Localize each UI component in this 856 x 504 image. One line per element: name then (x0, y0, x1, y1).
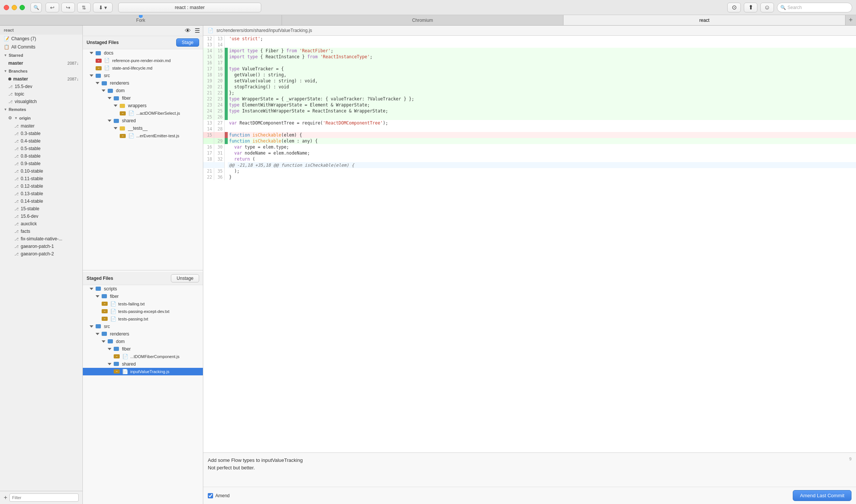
remote-15-6-dev[interactable]: ⎇ 15.6-dev (0, 213, 82, 220)
renderers-expand-icon (96, 82, 99, 84)
origin-section-header[interactable]: ⊙ ▼ origin (0, 114, 82, 122)
code-line-empty-26: 25 26 (203, 114, 856, 120)
remote-facts[interactable]: ⎇ facts (0, 228, 82, 235)
remote-0-14-stable[interactable]: ⎇ 0.14-stable (0, 197, 82, 205)
src-folder-unstaged[interactable]: src (83, 72, 203, 79)
branches-section-header[interactable]: ▼ Branches (0, 67, 82, 75)
code-area[interactable]: 12 13 'use strict'; 13 14 14 (203, 36, 856, 452)
branch-topic[interactable]: ⎇ topic (0, 90, 82, 98)
tab-chromium[interactable]: Chromium (282, 15, 564, 25)
branch-fork-icon: ⎇ (8, 85, 13, 89)
shared-folder-staged[interactable]: shared (83, 360, 203, 368)
dom-folder-staged[interactable]: dom (83, 338, 203, 345)
branch-master-label: master (13, 76, 28, 82)
amend-last-commit-button[interactable]: Amend Last Commit (793, 490, 851, 501)
remote-fork-icon: ⎇ (14, 184, 19, 188)
branch-15-5-dev[interactable]: ⎇ 15.5-dev (0, 83, 82, 90)
starred-section-header[interactable]: ▼ Starred (0, 51, 82, 59)
remote-0-13-stable[interactable]: ⎇ 0.13-stable (0, 190, 82, 197)
remote-fork-icon: ⎇ (14, 162, 19, 166)
file-inputvaluetracking[interactable]: ~ 📄 inputValueTracking.js (83, 368, 203, 375)
emoji-button[interactable]: ☺ (760, 3, 774, 12)
shared-folder-unstaged[interactable]: shared (83, 117, 203, 124)
file-tests-passing-except[interactable]: ~ 📄 tests-passing-except-dev.txt (83, 308, 203, 315)
renderers-folder-unstaged[interactable]: renderers (83, 79, 203, 87)
line-num-new: 22 (214, 90, 224, 96)
back-button[interactable]: ↩ (46, 3, 59, 12)
tests-folder-unstaged[interactable]: __tests__ (83, 124, 203, 132)
branch-visualglitch[interactable]: ⎇ visualglitch (0, 98, 82, 105)
remotes-section-header[interactable]: ▼ Remotes (0, 105, 82, 114)
scripts-expand-icon (90, 288, 93, 290)
dom-folder-unstaged[interactable]: dom (83, 87, 203, 94)
gutter-green (224, 84, 228, 90)
line-num-new: 21 (214, 84, 224, 90)
remote-gaearon-patch-2[interactable]: ⎇ gaearon-patch-2 (0, 250, 82, 258)
remote-auxclick[interactable]: ⎇ auxclick (0, 220, 82, 228)
file-state-lifecycle-label: state-and-lifecycle.md (112, 66, 152, 70)
remote-0-9-stable[interactable]: ⎇ 0.9-stable (0, 160, 82, 167)
commit-char-count: 9 (849, 457, 851, 461)
docs-folder[interactable]: docs (83, 49, 203, 57)
merge-button[interactable]: ⇅ (77, 3, 91, 12)
src-folder-staged[interactable]: src (83, 323, 203, 330)
remote-gaearon-patch-1[interactable]: ⎇ gaearon-patch-1 (0, 243, 82, 250)
search-bar[interactable]: 🔍 Search (777, 3, 852, 12)
file-ereventemitter-test[interactable]: ~ 📄 ...erEventEmitter-test.js (83, 132, 203, 140)
fiber-folder-staged-2[interactable]: fiber (83, 345, 203, 353)
code-line-reactdomcomponent: 13 27 var ReactDOMComponentTree = requir… (203, 120, 856, 126)
code-line-nodename: 17 31 var nodeName = elem.nodeName; (203, 150, 856, 156)
fiber-folder-unstaged[interactable]: fiber (83, 94, 203, 102)
fetch-button[interactable]: ⬇ ▾ (93, 3, 113, 12)
fiber-folder-staged[interactable]: fiber (83, 293, 203, 300)
file-actdomfiberselect[interactable]: ~ 📄 ...actDOMFiberSelect.js (83, 109, 203, 117)
renderers-folder-staged[interactable]: renderers (83, 330, 203, 338)
remote-master[interactable]: ⎇ master (0, 122, 82, 130)
share-button[interactable]: ⬆ (744, 3, 757, 12)
sidebar-item-changes[interactable]: 📝 Changes (7) (0, 35, 82, 43)
file-state-lifecycle[interactable]: ~ 📄 state-and-lifecycle.md (83, 64, 203, 72)
menu-icon[interactable]: ☰ (195, 27, 200, 34)
remote-15-stable[interactable]: ⎇ 15-stable (0, 205, 82, 213)
file-tests-passing[interactable]: ~ 📄 tests-passing.txt (83, 315, 203, 323)
remote-0-4-stable[interactable]: ⎇ 0.4-stable (0, 137, 82, 145)
remote-0-3-stable[interactable]: ⎇ 0.3-stable (0, 130, 82, 137)
line-num-old: 15 (203, 132, 214, 138)
file-tests-failing[interactable]: ~ 📄 tests-failing.txt (83, 300, 203, 308)
filter-input[interactable] (9, 493, 79, 502)
remote-0-14-stable-label: 0.14-stable (21, 199, 43, 204)
sidebar-item-all-commits[interactable]: 📋 All Commits (0, 43, 82, 51)
line-num-old (203, 138, 214, 144)
minimize-button[interactable] (12, 5, 17, 10)
remote-fix-simulate-native[interactable]: ⎇ fix-simulate-native-... (0, 235, 82, 243)
add-icon[interactable]: + (4, 494, 7, 501)
repo-selector[interactable]: react : master (118, 3, 261, 12)
scripts-folder[interactable]: scripts (83, 285, 203, 293)
remote-0-12-stable[interactable]: ⎇ 0.12-stable (0, 182, 82, 190)
all-commits-icon: 📋 (4, 44, 9, 50)
starred-master-branch[interactable]: master 2087↓ (0, 59, 82, 67)
branch-master[interactable]: master 2087↓ (0, 75, 82, 83)
remote-0-5-stable[interactable]: ⎇ 0.5-stable (0, 145, 82, 152)
unstage-button[interactable]: Unstage (171, 274, 199, 282)
remote-0-10-stable[interactable]: ⎇ 0.10-stable (0, 167, 82, 175)
stage-button[interactable]: Stage (176, 38, 199, 47)
line-num-new: 31 (214, 150, 224, 156)
line-num-new (214, 132, 224, 138)
wrappers-folder[interactable]: wrappers (83, 102, 203, 109)
file-reference-pure[interactable]: − 📄 reference-pure-render-mixin.md (83, 57, 203, 64)
magnifier-button[interactable]: 🔍 (30, 3, 42, 12)
maximize-button[interactable] (20, 5, 25, 10)
github-button[interactable]: ⊙ (727, 3, 741, 12)
file-tdomfibercomponent[interactable]: ~ 📄 ...tDOMFiberComponent.js (83, 353, 203, 360)
tab-react[interactable]: react (564, 15, 845, 25)
amend-checkbox[interactable] (208, 493, 213, 498)
close-button[interactable] (4, 5, 9, 10)
tab-fork[interactable]: Fork (0, 15, 282, 25)
add-tab-button[interactable]: + (845, 15, 856, 25)
file-icon: 📄 (111, 301, 115, 307)
remote-0-8-stable[interactable]: ⎇ 0.8-stable (0, 152, 82, 160)
eye-icon[interactable]: 👁 (185, 27, 191, 34)
forward-button[interactable]: ↪ (61, 3, 75, 12)
remote-0-11-stable[interactable]: ⎇ 0.11-stable (0, 175, 82, 182)
